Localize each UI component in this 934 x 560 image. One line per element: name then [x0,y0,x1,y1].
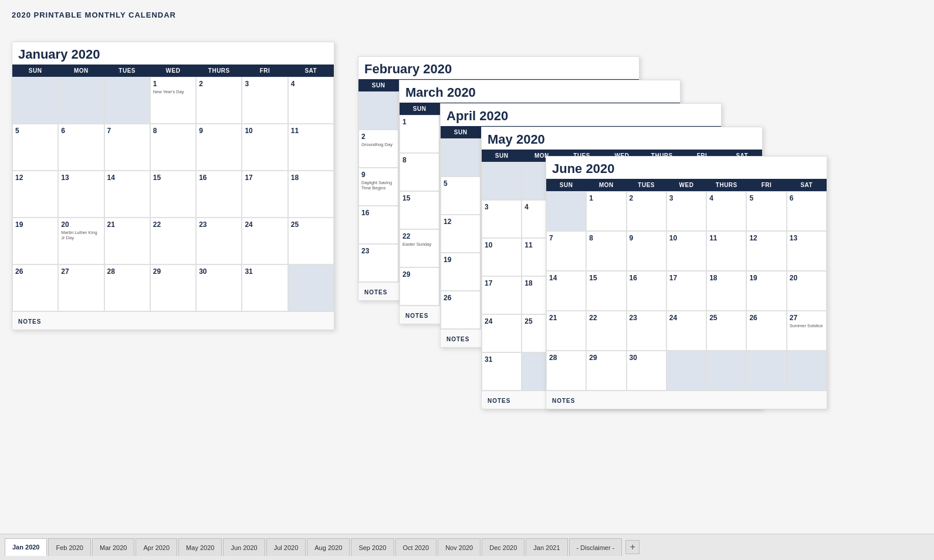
jan-cell-11: 11 [288,124,334,171]
jan-header-thurs: THURS [196,65,242,77]
jan-cell-empty3 [104,77,150,124]
jan-cell-13: 13 [58,171,104,218]
jan-cell-empty-end [288,264,334,311]
calendar-june: June 2020 SUN MON TUES WED THURS FRI SAT… [546,156,827,409]
june-notes: NOTES [546,391,827,409]
main-content: 2020 PRINTABLE MONTHLY CALENDAR January … [0,0,934,534]
tab-jan-2021[interactable]: Jan 2021 [526,538,567,556]
april-title: April 2020 [441,104,721,126]
jan-cell-7: 7 [104,124,150,171]
page-title: 2020 PRINTABLE MONTHLY CALENDAR [12,11,922,19]
jan-header-wed: WED [150,65,196,77]
tab-jan-2020[interactable]: Jan 2020 [5,538,47,556]
calendar-january: January 2020 SUN MON TUES WED THURS FRI … [12,42,334,330]
jan-cell-3: 3 [242,77,287,124]
jan-cell-25: 25 [288,218,334,264]
jan-header-sun: SUN [12,65,58,77]
jan-cell-8: 8 [150,124,196,171]
jan-cell-14: 14 [104,171,150,218]
tab-oct-2020[interactable]: Oct 2020 [395,538,437,556]
jan-cell-empty1 [12,77,58,124]
jan-cell-empty2 [58,77,104,124]
calendars-area: January 2020 SUN MON TUES WED THURS FRI … [12,24,922,522]
tab-jul-2020[interactable]: Jul 2020 [266,538,306,556]
june-grid: 1 2 3 4 5 6 7 8 9 10 11 12 13 14 15 16 1… [546,191,827,391]
jan-cell-10: 10 [242,124,287,171]
jan-cell-9: 9 [196,124,242,171]
tab-jun-2020[interactable]: Jun 2020 [223,538,265,556]
tab-mar-2020[interactable]: Mar 2020 [92,538,134,556]
january-title: January 2020 [12,42,334,65]
jan-cell-21: 21 [104,218,150,264]
jan-cell-26: 26 [12,264,58,311]
june-title: June 2020 [546,157,827,179]
tab-feb-2020[interactable]: Feb 2020 [48,538,90,556]
jan-header-tues: TUES [104,65,150,77]
tab-add-button[interactable]: + [625,540,639,554]
jan-cell-27: 27 [58,264,104,311]
jan-cell-6: 6 [58,124,104,171]
tab-aug-2020[interactable]: Aug 2020 [307,538,350,556]
jan-header-mon: MON [58,65,104,77]
january-header: SUN MON TUES WED THURS FRI SAT [12,65,334,77]
jan-cell-15: 15 [150,171,196,218]
jan-cell-20: 20Martin Luther King Jr Day [58,218,104,264]
jan-cell-17: 17 [242,171,287,218]
jan-header-sat: SAT [288,65,334,77]
jan-cell-5: 5 [12,124,58,171]
jan-header-fri: FRI [242,65,287,77]
jan-cell-4: 4 [288,77,334,124]
march-title: March 2020 [400,80,680,103]
tab-bar: Jan 2020 Feb 2020 Mar 2020 Apr 2020 May … [0,534,934,560]
tab-sep-2020[interactable]: Sep 2020 [351,538,394,556]
june-header: SUN MON TUES WED THURS FRI SAT [546,179,827,191]
jan-cell-12: 12 [12,171,58,218]
jan-cell-16: 16 [196,171,242,218]
january-grid: 1New Year's Day 2 3 4 5 6 7 8 9 10 11 12… [12,77,334,311]
jan-cell-30: 30 [196,264,242,311]
tab-disclaimer[interactable]: - Disclaimer - [569,538,622,556]
jan-cell-19: 19 [12,218,58,264]
jan-cell-1: 1New Year's Day [150,77,196,124]
tab-dec-2020[interactable]: Dec 2020 [482,538,524,556]
jan-cell-18: 18 [288,171,334,218]
jan-cell-2: 2 [196,77,242,124]
jan-cell-28: 28 [104,264,150,311]
tab-nov-2020[interactable]: Nov 2020 [438,538,480,556]
jan-cell-22: 22 [150,218,196,264]
february-title: February 2020 [358,57,639,79]
tab-may-2020[interactable]: May 2020 [178,538,222,556]
jan-cell-29: 29 [150,264,196,311]
jan-cell-23: 23 [196,218,242,264]
january-notes: NOTES [12,311,334,330]
jan-cell-31: 31 [242,264,287,311]
jan-cell-24: 24 [242,218,287,264]
may-title: May 2020 [482,127,762,150]
tab-apr-2020[interactable]: Apr 2020 [136,538,177,556]
